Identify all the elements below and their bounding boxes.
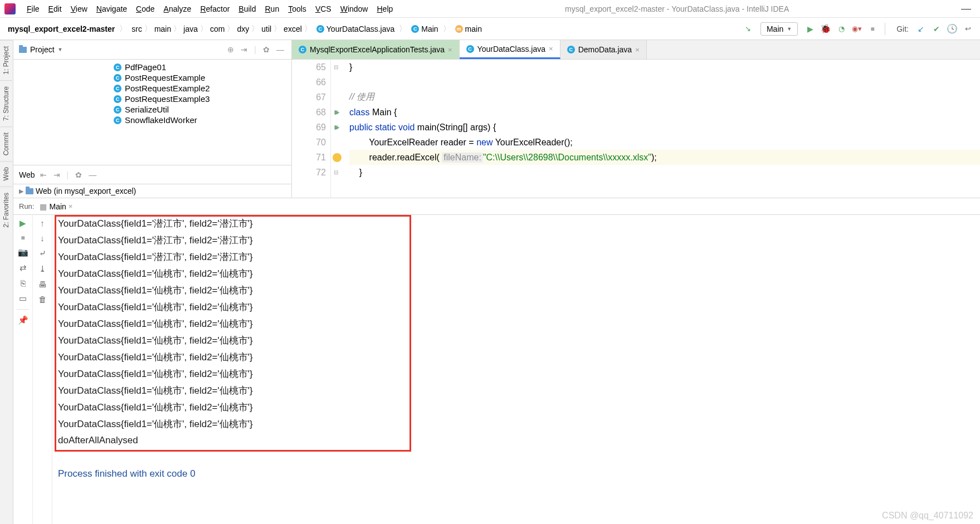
run-button[interactable]: ▶ [803, 22, 817, 36]
gear-icon[interactable]: ✿ [261, 45, 271, 54]
strip-item-commit[interactable]: Commit [0, 126, 12, 161]
wrap-icon[interactable]: ⤶ [39, 248, 46, 258]
screenshot-icon[interactable]: 📷 [18, 247, 28, 257]
close-icon[interactable]: × [635, 46, 640, 54]
layout-icon[interactable]: ⇄ [19, 263, 27, 273]
breadcrumb-class[interactable]: CMain [409, 25, 440, 33]
expand-arrow-icon[interactable]: ▶ [19, 188, 23, 195]
code-line[interactable]: YourExcelReader reader = new YourExcelRe… [349, 135, 980, 150]
web-tree-item[interactable]: ▶ Web (in mysql_export_excel) [19, 187, 286, 195]
layout2-icon[interactable]: ▭ [19, 293, 27, 303]
trash-icon[interactable]: 🗑 [38, 295, 47, 304]
breadcrumb-part[interactable]: util [259, 25, 274, 33]
web-tree[interactable]: ▶ Web (in mysql_export_excel) [13, 184, 291, 198]
run-config-select[interactable]: Main ▼ [760, 22, 798, 36]
expand-icon[interactable]: ⇤ [38, 170, 48, 179]
editor-tab[interactable]: CYourDataClass.java× [460, 40, 560, 59]
git-history-icon[interactable]: 🕓 [945, 22, 959, 36]
code-column[interactable]: }// 使用class Main { public static void ma… [345, 60, 980, 198]
menu-tools[interactable]: Tools [284, 3, 311, 14]
fold-icon[interactable]: ⊟ [334, 109, 340, 115]
run-config-tab[interactable]: ▦ Main × [40, 202, 72, 211]
fold-icon[interactable]: ⊟ [334, 169, 340, 175]
code-line[interactable] [349, 75, 980, 90]
fold-icon[interactable]: ⊟ [334, 124, 340, 130]
close-icon[interactable]: × [448, 46, 452, 54]
breadcrumb-root[interactable]: mysql_export_excel2-master [6, 25, 117, 33]
code-line[interactable]: // 使用 [349, 90, 980, 105]
code-line[interactable]: reader.readExcel( fileName: "C:\\Users\\… [349, 150, 980, 165]
collapse-icon[interactable]: ⇥ [52, 170, 62, 179]
fold-icon[interactable]: ⊟ [334, 64, 340, 70]
code-line[interactable]: class Main { [349, 105, 980, 120]
breadcrumb-file[interactable]: CYourDataClass.java [314, 25, 397, 33]
expand-icon[interactable]: ⇥ [239, 45, 249, 54]
up-icon[interactable]: ↑ [40, 218, 45, 228]
close-icon[interactable]: × [549, 45, 553, 53]
hide-icon[interactable]: — [87, 170, 98, 179]
close-icon[interactable]: × [69, 202, 73, 210]
git-update-icon[interactable]: ↙ [914, 22, 928, 36]
profile-button[interactable]: ◉▾ [850, 22, 864, 36]
git-revert-icon[interactable]: ↩ [961, 22, 974, 36]
menu-code[interactable]: Code [131, 3, 159, 14]
menu-bar: FileEditViewNavigateCodeAnalyzeRefactorB… [0, 0, 980, 18]
tree-item[interactable]: CPostRequestExample2 [114, 83, 291, 94]
hide-icon[interactable]: — [275, 45, 286, 54]
gear-icon[interactable]: ✿ [74, 170, 84, 179]
breadcrumb-part[interactable]: dxy [235, 25, 251, 33]
menu-run[interactable]: Run [260, 3, 284, 14]
rerun-icon[interactable]: ▶ [19, 218, 26, 228]
menu-navigate[interactable]: Navigate [92, 3, 131, 14]
editor-tab[interactable]: CDemoData.java× [560, 40, 647, 59]
print-icon[interactable]: 🖶 [38, 280, 47, 289]
menu-vcs[interactable]: VCS [311, 3, 336, 14]
breadcrumb-part[interactable]: main [152, 25, 173, 33]
code-line[interactable]: public static void main(String[] args) { [349, 120, 980, 135]
minimize-button[interactable]: — [957, 3, 976, 14]
stop-button[interactable]: ■ [866, 22, 879, 36]
breadcrumb-part[interactable]: src [129, 25, 144, 33]
locate-icon[interactable]: ⊕ [226, 45, 236, 54]
editor-body[interactable]: 65666768▶69▶707172 ⊟⊟⊟⊟ }// 使用class Main… [292, 60, 980, 198]
breadcrumb-part[interactable]: com [208, 25, 227, 33]
git-commit-icon[interactable]: ✔ [930, 22, 943, 36]
code-line[interactable]: } [349, 165, 980, 180]
coverage-button[interactable]: ◔ [835, 22, 848, 36]
breadcrumb-part[interactable]: excel [281, 25, 304, 33]
exit-icon[interactable]: ⎘ [21, 278, 26, 288]
menu-file[interactable]: File [22, 3, 44, 14]
console-line: YourDataClass{field1='仙桃市', field2='仙桃市'… [58, 298, 974, 315]
strip-item-2--favorites[interactable]: 2: Favorites [0, 187, 12, 233]
scroll-end-icon[interactable]: ⤓ [39, 264, 46, 274]
stop-icon[interactable]: ■ [21, 234, 25, 242]
code-line[interactable]: } [349, 60, 980, 75]
pin-icon[interactable]: 📌 [18, 315, 28, 325]
tree-item[interactable]: CPdfPage01 [114, 62, 291, 72]
web-title[interactable]: Web [19, 170, 35, 179]
menu-edit[interactable]: Edit [44, 3, 66, 14]
editor-tab[interactable]: CMysqlExportExcelApplicationTests.java× [292, 40, 460, 59]
strip-item-1--project[interactable]: 1: Project [0, 40, 12, 80]
tree-item[interactable]: CSnowflakeIdWorker [114, 115, 291, 125]
menu-build[interactable]: Build [234, 3, 260, 14]
strip-item-web[interactable]: Web [0, 161, 12, 186]
tree-item[interactable]: CSerializeUtil [114, 104, 291, 115]
build-hammer-icon[interactable]: ↘ [742, 22, 755, 36]
menu-window[interactable]: Window [336, 3, 373, 14]
menu-analyze[interactable]: Analyze [159, 3, 196, 14]
strip-item-7--structure[interactable]: 7: Structure [0, 80, 12, 126]
project-tree[interactable]: CPdfPage01CPostRequestExampleCPostReques… [13, 60, 291, 165]
breadcrumb-method[interactable]: mmain [453, 25, 484, 33]
debug-button[interactable]: 🐞 [819, 22, 832, 36]
breadcrumb-part[interactable]: java [181, 25, 200, 33]
menu-view[interactable]: View [66, 3, 92, 14]
dropdown-icon[interactable]: ▼ [58, 47, 63, 52]
down-icon[interactable]: ↓ [40, 233, 45, 243]
menu-refactor[interactable]: Refactor [196, 3, 234, 14]
console[interactable]: YourDataClass{field1='潜江市', field2='潜江市'… [52, 215, 980, 524]
tree-item[interactable]: CPostRequestExample [114, 72, 291, 83]
tree-item[interactable]: CPostRequestExample3 [114, 94, 291, 104]
menu-help[interactable]: Help [372, 3, 397, 14]
project-title[interactable]: Project [30, 45, 55, 54]
